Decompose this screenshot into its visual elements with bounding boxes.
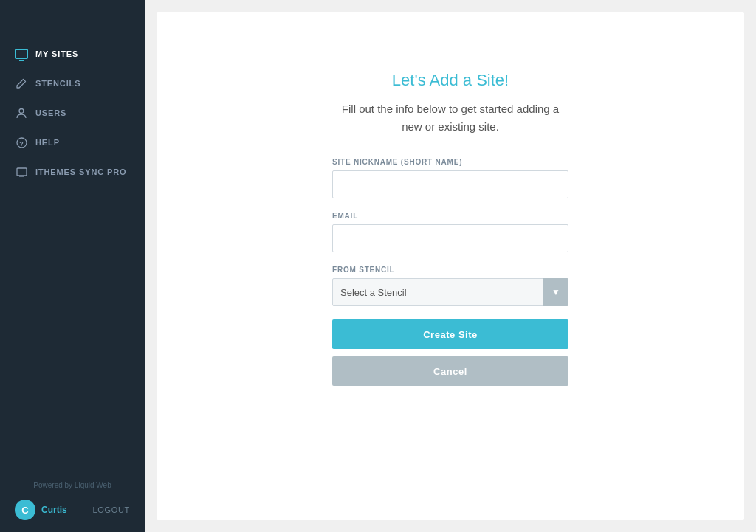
sidebar-footer: Powered by Liquid Web C Curtis LOGOUT <box>0 469 145 532</box>
sidebar-item-help[interactable]: ? HELP <box>0 128 145 157</box>
main-content: Let's Add a Site! Fill out the info belo… <box>145 0 756 532</box>
pencil-icon <box>15 77 28 90</box>
svg-rect-3 <box>17 168 27 176</box>
user-name: Curtis <box>41 505 67 515</box>
sidebar-item-users-label: USERS <box>35 108 66 117</box>
sidebar-item-stencils-label: STENCILS <box>35 79 80 88</box>
nickname-input[interactable] <box>332 170 568 198</box>
sidebar-item-ithemes-sync[interactable]: ITHEMES SYNC PRO <box>0 157 145 187</box>
monitor-icon <box>15 47 28 61</box>
user-row: C Curtis LOGOUT <box>15 500 130 520</box>
sidebar-item-users[interactable]: USERS <box>0 98 145 128</box>
sidebar-nav: MY SITES STENCILS USERS <box>0 33 145 469</box>
form-title: Let's Add a Site! <box>332 71 568 90</box>
stencil-label: FROM STENCIL <box>332 266 568 274</box>
stencil-group: FROM STENCIL Select a Stencil ▼ <box>332 266 568 306</box>
stencil-select[interactable]: Select a Stencil <box>332 278 568 306</box>
email-input[interactable] <box>332 224 568 252</box>
user-info: C Curtis <box>15 500 67 520</box>
svg-point-0 <box>19 108 24 113</box>
sidebar-logo-area <box>0 0 145 27</box>
sidebar-item-ithemes-sync-label: ITHEMES SYNC PRO <box>35 167 126 176</box>
cancel-button[interactable]: Cancel <box>332 356 568 386</box>
email-label: EMAIL <box>332 212 568 220</box>
email-group: EMAIL <box>332 212 568 252</box>
create-site-button[interactable]: Create Site <box>332 319 568 349</box>
sidebar: MY SITES STENCILS USERS <box>0 0 145 532</box>
logout-button[interactable]: LOGOUT <box>93 505 130 514</box>
powered-by-label: Powered by Liquid Web <box>15 481 130 489</box>
main-panel: Let's Add a Site! Fill out the info belo… <box>157 12 744 520</box>
sidebar-item-stencils[interactable]: STENCILS <box>0 69 145 98</box>
sidebar-item-help-label: HELP <box>35 138 60 147</box>
sync-icon <box>15 165 28 179</box>
add-site-form-container: Let's Add a Site! Fill out the info belo… <box>332 71 568 386</box>
svg-text:?: ? <box>19 139 24 147</box>
stencil-select-wrapper: Select a Stencil ▼ <box>332 278 568 306</box>
sidebar-item-my-sites[interactable]: MY SITES <box>0 39 145 69</box>
avatar: C <box>15 500 35 520</box>
help-icon: ? <box>15 136 28 149</box>
nickname-label: SITE NICKNAME (SHORT NAME) <box>332 158 568 166</box>
sidebar-item-my-sites-label: MY SITES <box>35 49 78 58</box>
nickname-group: SITE NICKNAME (SHORT NAME) <box>332 158 568 198</box>
form-subtitle: Fill out the info below to get started a… <box>332 100 568 136</box>
user-icon <box>15 106 28 120</box>
